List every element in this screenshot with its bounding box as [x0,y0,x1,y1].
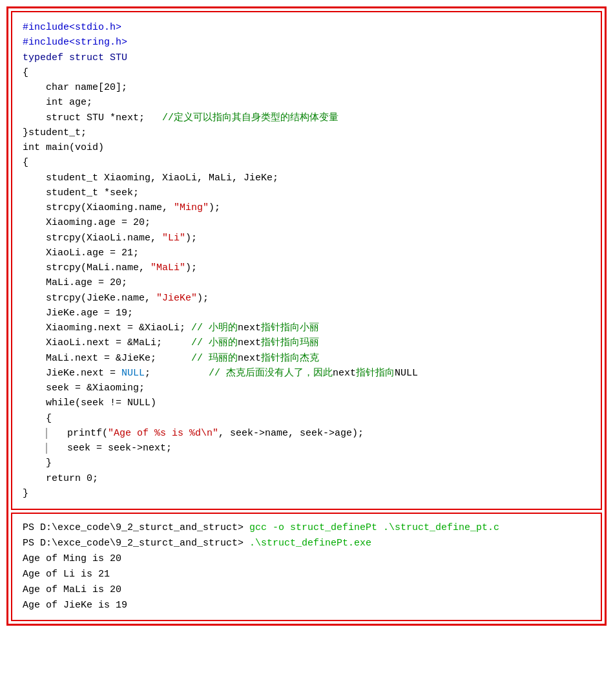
code-line: { [23,155,590,170]
code-line: JieKe.next = NULL; // 杰克后面没有人了，因此next指针指… [23,366,590,381]
code-line: strcpy(Xiaoming.name, "Ming"); [23,200,590,215]
terminal-line: PS D:\exce_code\9_2_sturct_and_struct> g… [23,520,590,536]
code-line: char name[20]; [23,80,590,95]
code-line: #include<stdio.h> [23,20,590,35]
code-line: Xiaoming.next = &XiaoLi; // 小明的next指针指向小… [23,321,590,335]
terminal-line: Age of MaLi is 20 [23,582,590,598]
code-line: XiaoLi.next = &MaLi; // 小丽的next指针指向玛丽 [23,335,590,350]
code-line: } [23,486,590,501]
code-line: struct STU *next; //定义可以指向其自身类型的结构体变量 [23,111,590,125]
code-line: strcpy(MaLi.name, "MaLi"); [23,260,590,275]
code-line: while(seek != NULL) [23,396,590,410]
code-line: } [23,456,590,471]
terminal-line: PS D:\exce_code\9_2_sturct_and_struct> .… [23,536,590,551]
code-line: typedef struct STU [23,50,590,65]
terminal-line: Age of Li is 21 [23,567,590,582]
code-line: { [23,411,590,426]
code-line: int main(void) [23,140,590,155]
code-line: student_t *seek; [23,186,590,200]
code-line: { [23,65,590,80]
code-line: strcpy(JieKe.name, "JieKe"); [23,291,590,306]
code-line: }student_t; [23,125,590,140]
code-line: MaLi.next = &JieKe; // 玛丽的next指针指向杰克 [23,351,590,366]
terminal-line: Age of Ming is 20 [23,551,590,567]
code-panel: #include<stdio.h>#include<string.h>typed… [11,11,602,510]
code-line: printf("Age of %s is %d\n", seek->name, … [23,426,590,441]
code-line: JieKe.age = 19; [23,306,590,321]
code-line: XiaoLi.age = 21; [23,246,590,260]
code-line: int age; [23,95,590,110]
code-line: seek = seek->next; [23,441,590,456]
code-line: strcpy(XiaoLi.name, "Li"); [23,231,590,246]
code-line: return 0; [23,471,590,486]
code-line: MaLi.age = 20; [23,275,590,290]
code-line: seek = &Xiaoming; [23,381,590,396]
code-line: Xiaoming.age = 20; [23,215,590,230]
code-line: #include<string.h> [23,35,590,50]
code-line: student_t Xiaoming, XiaoLi, MaLi, JieKe; [23,171,590,186]
main-container: #include<stdio.h>#include<string.h>typed… [6,6,607,626]
terminal-line: Age of JieKe is 19 [23,598,590,613]
terminal-panel: PS D:\exce_code\9_2_sturct_and_struct> g… [11,513,602,621]
